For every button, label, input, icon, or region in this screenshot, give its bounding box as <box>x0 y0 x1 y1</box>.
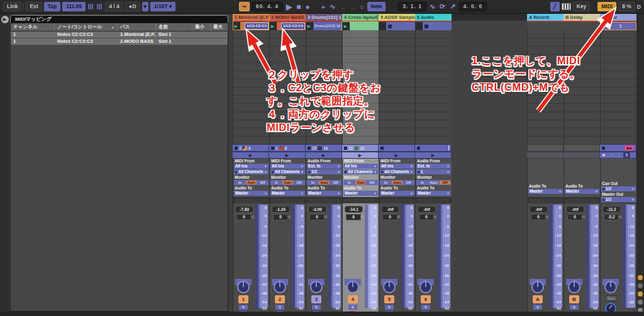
input-channel-chooser[interactable]: All Channels▼ <box>234 169 269 174</box>
pan-value[interactable]: 0 <box>419 214 434 220</box>
follow-button[interactable]: ⊸ <box>239 2 250 11</box>
stop-icon[interactable]: ■ <box>295 3 302 11</box>
mapped-transport-badge[interactable]: ▶■ <box>625 145 634 150</box>
solo-button[interactable]: S <box>533 305 542 310</box>
solo-button[interactable]: S <box>421 305 430 310</box>
volume-value[interactable]: -1.24 <box>272 206 290 213</box>
column-header-2[interactable]: パス <box>118 23 156 31</box>
pan-value[interactable]: 0 <box>309 214 325 220</box>
monitor-auto-button[interactable]: Auto <box>355 181 366 184</box>
fader-handle-icon[interactable]: ◁ <box>582 214 585 218</box>
pan-value[interactable]: 0 <box>273 214 288 220</box>
clip[interactable] <box>350 22 379 30</box>
metronome-icon[interactable] <box>97 4 103 9</box>
solo-button[interactable]: S <box>385 305 394 310</box>
fader-handle-icon[interactable]: ◁ <box>360 214 364 218</box>
groove-toggle[interactable]: ●O <box>125 2 140 11</box>
tap-tempo-button[interactable]: Tap <box>44 2 60 11</box>
fader-handle-icon[interactable]: ◁ <box>433 214 436 218</box>
track-header[interactable]: A Reverb <box>527 14 564 21</box>
volume-value[interactable]: -14.1 <box>345 206 363 213</box>
scene-launch-strip[interactable]: ▶ <box>306 152 342 159</box>
output-chooser[interactable]: Master▼ <box>307 191 341 196</box>
clip-stop-square[interactable] <box>235 147 238 150</box>
clip-stop-square[interactable] <box>380 147 384 150</box>
column-header-3[interactable]: 名前 <box>156 23 192 31</box>
monitor-off-button[interactable]: Off <box>257 181 268 184</box>
new-button[interactable]: New <box>367 2 386 11</box>
tempo-field[interactable]: 111.05 <box>62 2 86 11</box>
column-header-0[interactable]: チャンネル <box>11 23 55 31</box>
clip-stop-icon[interactable]: ■ <box>415 22 423 30</box>
punch-out-icon[interactable]: ↗ <box>448 3 457 11</box>
input-channel-chooser[interactable]: All Channels▼ <box>270 169 305 174</box>
output-chooser[interactable]: Master▼ <box>270 191 305 196</box>
track-activator-button[interactable]: 6 <box>421 295 431 303</box>
input-type-chooser[interactable]: Ext. In▼ <box>416 164 451 169</box>
monitor-auto-button[interactable]: Auto <box>246 181 257 184</box>
play-icon[interactable]: ▶ <box>285 3 293 11</box>
monitor-off-button[interactable]: Off <box>403 181 414 184</box>
monitor-in-button[interactable]: In <box>271 181 282 184</box>
loop-length-field[interactable]: 4. 0. 0 <box>459 2 487 11</box>
scene-launch-strip[interactable]: ▶ <box>269 152 306 159</box>
input-type-chooser[interactable]: All Ins▼ <box>380 164 414 169</box>
empty-clip-slot[interactable] <box>423 22 452 30</box>
view-toggle-icon[interactable] <box>638 275 643 280</box>
pan-knob[interactable] <box>419 281 432 293</box>
track-header[interactable]: 3 Drums[102] 1 <box>306 14 342 21</box>
input-channel-chooser[interactable]: 1/2▼ <box>307 169 341 174</box>
clip-stop-icon[interactable]: ■ <box>379 22 386 30</box>
scene-launch-strip[interactable]: ▶ <box>415 152 452 159</box>
output-chooser[interactable]: Master▼ <box>234 191 269 196</box>
column-header-4[interactable]: 最小 <box>192 23 211 31</box>
scene-fire-button[interactable]: ▶ <box>601 152 608 158</box>
monitor-auto-button[interactable]: Auto <box>319 181 330 184</box>
output-chooser[interactable]: Master▼ <box>565 189 599 194</box>
track-header[interactable]: 5 ADSR Sample <box>379 14 415 21</box>
dropdown-arrow-icon[interactable]: ▾ <box>142 2 148 11</box>
clip-launch-icon[interactable]: ▶ <box>269 22 277 30</box>
cue-out-chooser[interactable]: 1/2▼ <box>601 186 636 191</box>
key-map-button[interactable]: Key <box>573 2 591 11</box>
solo-button[interactable]: S <box>239 305 248 310</box>
input-type-chooser[interactable]: All Ins▼ <box>270 164 305 169</box>
monitor-in-button[interactable]: In <box>235 181 245 184</box>
mapping-row[interactable]: 1Notes C2:C2:C32-MODO BASSSlot 1 <box>11 38 228 45</box>
monitor-off-button[interactable]: Off <box>294 181 304 184</box>
monitor-in-button[interactable]: In <box>380 181 391 184</box>
record-icon[interactable]: ● <box>304 3 311 11</box>
link-button[interactable]: Link <box>3 2 21 11</box>
return-activator-button[interactable]: B <box>569 295 579 303</box>
volume-value[interactable]: -7.83 <box>235 206 253 213</box>
midi-learn-button[interactable]: MIDI <box>597 2 616 11</box>
metronome-icon[interactable] <box>88 4 94 9</box>
pan-knob[interactable] <box>347 281 359 293</box>
clip-launch-icon[interactable]: ▶ <box>306 22 313 30</box>
pan-value[interactable]: 0 <box>567 214 582 220</box>
solo-button[interactable]: S <box>312 305 321 310</box>
scene-select-number[interactable]: 1 <box>623 152 630 158</box>
panel-fold-button[interactable]: ▶ <box>1 16 9 23</box>
scene-launch-strip[interactable]: ▶ <box>233 152 269 159</box>
fader-handle-icon[interactable]: ◁ <box>545 214 548 218</box>
output-chooser[interactable]: Master▼ <box>528 189 563 194</box>
monitor-off-button[interactable]: Off <box>367 181 377 184</box>
input-type-chooser[interactable]: Ext. In▼ <box>307 164 341 169</box>
automation-arm-icon[interactable]: ∿ <box>328 3 336 11</box>
monitor-off-button[interactable]: Off <box>440 181 450 184</box>
track-header[interactable]: 6 Audio <box>415 14 452 21</box>
volume-value[interactable]: -Inf <box>530 206 548 213</box>
pan-knob[interactable] <box>531 281 544 293</box>
track-activator-button[interactable]: 5 <box>384 295 394 303</box>
scene-launch-strip[interactable]: ▶ <box>342 152 379 159</box>
keyboard-icon[interactable] <box>562 3 571 10</box>
clip-stop-square[interactable] <box>308 147 311 150</box>
quantize-menu[interactable]: 1/16T ▾ <box>150 2 175 11</box>
volume-value[interactable]: -Inf <box>381 206 399 213</box>
clip-launch-icon[interactable]: ▶ <box>233 22 240 30</box>
view-toggle-icon[interactable] <box>638 291 643 296</box>
session-record-icon[interactable]: ○ <box>358 3 365 11</box>
draw-mode-icon[interactable]: ╱ <box>550 2 560 11</box>
pan-value[interactable]: 0 <box>236 214 252 220</box>
